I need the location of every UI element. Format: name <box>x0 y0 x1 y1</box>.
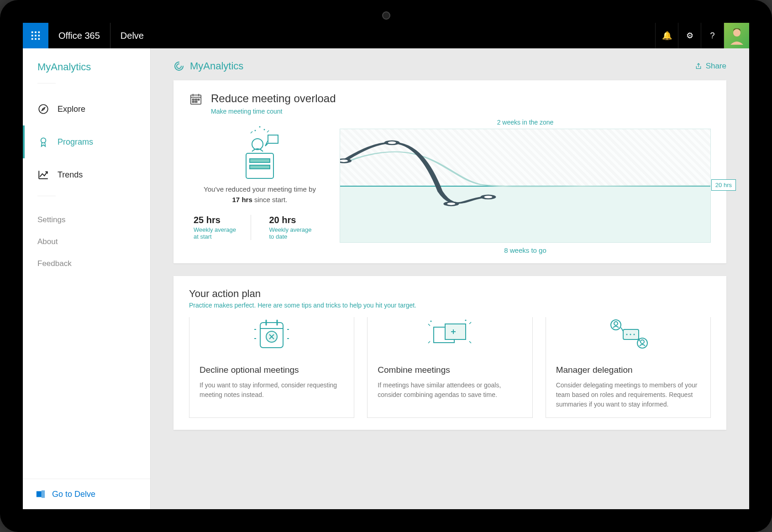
svg-point-31 <box>482 195 494 199</box>
sidebar-item-about[interactable]: About <box>37 237 136 246</box>
svg-rect-0 <box>32 31 33 33</box>
content-area: MyAnalytics Share <box>151 48 749 509</box>
gear-icon: ⚙ <box>686 31 693 41</box>
svg-point-28 <box>340 159 350 162</box>
reduce-summary: You've reduced your meeting time by 17 h… <box>189 119 331 254</box>
primary-nav: Explore Programs Trends <box>23 93 150 191</box>
plan-card-body: Consider delegating meetings to members … <box>556 381 700 409</box>
reduce-caption: You've reduced your meeting time by 17 h… <box>204 184 316 205</box>
plan-card-body: If meetings have similar attendees or go… <box>378 381 522 400</box>
svg-rect-13 <box>42 490 45 498</box>
manager-delegation-icon <box>546 310 710 358</box>
svg-rect-1 <box>35 31 37 33</box>
svg-rect-21 <box>250 159 270 162</box>
sidebar-item-settings[interactable]: Settings <box>37 215 136 224</box>
svg-rect-2 <box>38 31 40 33</box>
help-button[interactable]: ? <box>701 23 724 48</box>
svg-point-25 <box>255 130 256 131</box>
svg-rect-8 <box>38 38 40 40</box>
svg-point-44 <box>630 334 631 335</box>
sidebar-item-trends[interactable]: Trends <box>23 158 150 191</box>
content-header: MyAnalytics Share <box>151 48 749 80</box>
secondary-nav: Settings About Feedback <box>23 210 150 274</box>
weeks-to-go-label: 8 weeks to go <box>340 246 711 254</box>
caption-bold: 17 hrs <box>232 196 252 203</box>
svg-point-29 <box>386 141 398 145</box>
trend-icon <box>37 169 49 181</box>
svg-rect-3 <box>32 35 33 37</box>
svg-point-9 <box>733 29 740 37</box>
goal-badge: 20 hrs <box>711 179 736 191</box>
go-to-delve-link[interactable]: Go to Delve <box>23 479 150 509</box>
combine-meetings-icon <box>368 310 532 358</box>
stat-value: 25 hrs <box>194 215 242 225</box>
compass-icon <box>37 103 49 115</box>
plan-title: Your action plan <box>189 288 711 300</box>
stat-start: 25 hrs Weekly average at start <box>194 215 251 240</box>
current-app-name[interactable]: Delve <box>110 23 154 48</box>
plan-card-title: Manager delegation <box>556 365 700 375</box>
settings-button[interactable]: ⚙ <box>678 23 701 48</box>
svg-rect-15 <box>193 99 194 100</box>
suite-brand[interactable]: Office 365 <box>48 23 110 48</box>
plan-card-title: Combine meetings <box>378 365 522 375</box>
tablet-frame: Office 365 Delve 🔔 ⚙ ? <box>0 0 772 532</box>
myanalytics-icon <box>173 61 184 72</box>
badge-icon <box>37 136 49 148</box>
page-title: MyAnalytics <box>173 60 243 72</box>
sidebar-item-label: Programs <box>58 137 93 147</box>
sidebar: MyAnalytics Explore Programs <box>23 48 151 509</box>
stat-label: Weekly average at start <box>194 226 242 240</box>
divider <box>37 196 56 196</box>
help-icon: ? <box>710 31 714 41</box>
sidebar-item-feedback[interactable]: Feedback <box>37 259 136 268</box>
svg-point-30 <box>445 202 457 206</box>
svg-point-45 <box>633 334 635 335</box>
stat-label: Weekly average to date <box>269 226 317 240</box>
front-camera <box>382 11 390 20</box>
footer-link-label: Go to Delve <box>52 490 95 499</box>
card-reduce-meeting-overload: Reduce meeting overload Make meeting tim… <box>173 80 726 263</box>
chart-lines <box>340 129 710 242</box>
svg-rect-22 <box>250 165 270 169</box>
card-subtitle: Make meeting time count <box>211 108 711 115</box>
waffle-icon <box>31 31 41 41</box>
sidebar-logo: MyAnalytics <box>23 48 150 78</box>
user-avatar[interactable] <box>724 23 749 48</box>
svg-rect-16 <box>195 99 197 100</box>
delve-icon <box>36 489 46 499</box>
calendar-icon <box>189 92 203 106</box>
stat-value: 20 hrs <box>269 215 317 225</box>
plan-card-combine[interactable]: Combine meetings If meetings have simila… <box>367 317 532 418</box>
divider <box>37 83 56 83</box>
svg-point-23 <box>252 139 263 150</box>
stat-to-date: 20 hrs Weekly average to date <box>269 215 326 240</box>
svg-rect-5 <box>38 35 40 37</box>
svg-rect-17 <box>198 99 200 100</box>
plan-card-title: Decline optional meetings <box>200 365 344 375</box>
screen: Office 365 Delve 🔔 ⚙ ? <box>23 23 749 509</box>
svg-rect-18 <box>193 101 194 103</box>
svg-point-37 <box>431 320 432 322</box>
plan-card-decline[interactable]: Decline optional meetings If you want to… <box>189 317 354 418</box>
svg-rect-24 <box>268 135 278 143</box>
notifications-button[interactable]: 🔔 <box>655 23 678 48</box>
share-button[interactable]: Share <box>695 62 726 71</box>
svg-rect-6 <box>32 38 33 40</box>
presenter-illustration <box>232 121 287 181</box>
caption-post: since start. <box>254 196 288 203</box>
app-launcher-button[interactable] <box>23 23 48 48</box>
app-bar: Office 365 Delve 🔔 ⚙ ? <box>23 23 749 48</box>
sidebar-item-programs[interactable]: Programs <box>23 125 150 158</box>
decline-meetings-icon <box>189 310 354 358</box>
progress-chart: 2 weeks in the zone 20 hrs <box>340 119 711 254</box>
svg-rect-19 <box>195 101 197 103</box>
sidebar-item-explore[interactable]: Explore <box>23 93 150 125</box>
plan-card-delegate[interactable]: Manager delegation Consider delegating m… <box>546 317 711 418</box>
share-label: Share <box>706 62 726 71</box>
zone-label: 2 weeks in the zone <box>340 119 711 126</box>
svg-rect-12 <box>37 491 42 497</box>
caption-pre: You've reduced your meeting time by <box>204 185 316 193</box>
card-title: Reduce meeting overload <box>211 92 336 105</box>
chart-box: 20 hrs <box>340 129 711 243</box>
